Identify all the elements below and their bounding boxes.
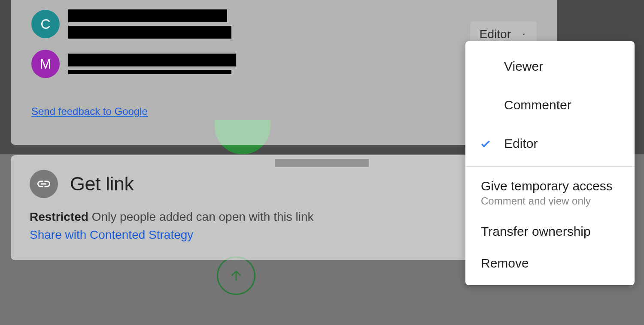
restricted-text: Only people added can open with this lin… bbox=[92, 210, 314, 223]
person-row[interactable]: C Editor bbox=[31, 6, 537, 46]
menu-item-label: Give temporary access bbox=[481, 179, 619, 193]
role-label: Editor bbox=[480, 27, 511, 41]
menu-item-viewer[interactable]: Viewer bbox=[465, 47, 635, 86]
redacted-bar bbox=[68, 54, 236, 66]
restricted-label: Restricted bbox=[30, 210, 88, 223]
chevron-down-icon bbox=[520, 31, 527, 38]
menu-item-remove[interactable]: Remove bbox=[465, 247, 635, 279]
get-link-header: Get link bbox=[30, 170, 538, 198]
menu-item-commenter[interactable]: Commenter bbox=[465, 86, 635, 124]
avatar: M bbox=[31, 50, 60, 78]
redacted-bar bbox=[68, 9, 227, 22]
check-icon bbox=[479, 137, 492, 150]
share-with-org-link[interactable]: Share with Contented Strategy bbox=[30, 228, 193, 241]
role-dropdown-menu: Viewer Commenter Editor Give temporary a… bbox=[465, 41, 635, 285]
redacted-name-email bbox=[68, 9, 231, 39]
menu-item-editor[interactable]: Editor bbox=[465, 124, 635, 163]
menu-item-label: Editor bbox=[504, 136, 538, 150]
avatar: C bbox=[31, 10, 60, 38]
menu-item-temporary-access[interactable]: Give temporary access Comment and view o… bbox=[465, 170, 635, 216]
link-access-description: Restricted Only people added can open wi… bbox=[30, 210, 538, 224]
link-icon bbox=[30, 170, 58, 198]
redacted-name-email bbox=[68, 54, 236, 74]
menu-item-transfer-ownership[interactable]: Transfer ownership bbox=[465, 216, 635, 247]
feedback-link[interactable]: Send feedback to Google bbox=[31, 105, 148, 117]
menu-item-subtitle: Comment and view only bbox=[481, 195, 619, 207]
person-row[interactable]: M bbox=[31, 46, 537, 86]
menu-divider bbox=[465, 166, 635, 167]
get-link-title: Get link bbox=[70, 173, 134, 195]
redacted-bar bbox=[68, 26, 231, 39]
redacted-bar bbox=[68, 70, 231, 74]
upload-circle-icon bbox=[217, 256, 255, 295]
